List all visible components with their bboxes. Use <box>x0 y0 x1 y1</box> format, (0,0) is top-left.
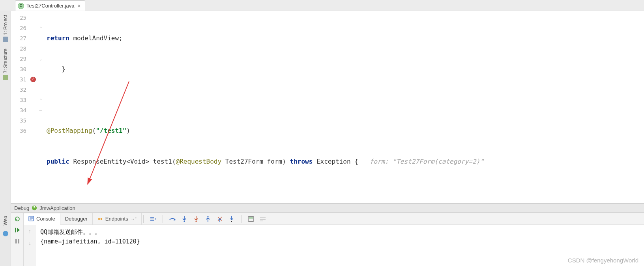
tab-console[interactable]: Console <box>24 213 60 225</box>
code-line: } <box>47 64 644 74</box>
run-to-cursor-button[interactable] <box>228 215 236 223</box>
tool-window-web[interactable]: Web <box>3 216 8 225</box>
code-line: public ResponseEntity<Void> test1(@Reque… <box>47 157 644 167</box>
svg-point-7 <box>101 218 102 219</box>
debug-config-name: JmwApplication <box>39 205 75 211</box>
tool-window-structure-label: 7: Structure <box>3 49 8 73</box>
tab-debugger[interactable]: Debugger <box>60 213 93 224</box>
tab-endpoints-label: Endpoints <box>105 216 128 222</box>
console-line: {name=jiafeitian, id=110120} <box>40 237 640 246</box>
resume-button[interactable] <box>14 226 21 234</box>
code-editor[interactable]: 25262728 29303132 33343536 ⌃ ⌄ ⌃─ <box>11 11 644 203</box>
code-area[interactable]: return modelAndView; } @PostMapping("/te… <box>44 11 644 203</box>
scroll-up-icon[interactable]: ↑ <box>28 228 31 234</box>
code-line: return modelAndView; <box>47 33 644 43</box>
svg-point-10 <box>207 216 208 217</box>
breakpoint-icon[interactable] <box>30 77 36 82</box>
web-icon <box>3 231 8 236</box>
left-tool-rail-bottom: Web <box>0 213 11 266</box>
svg-rect-3 <box>15 239 17 243</box>
rerun-button[interactable] <box>14 215 21 223</box>
console-output[interactable]: QQ邮箱发送邮件。。。{name=jiafeitian, id=110120} <box>36 225 644 266</box>
svg-rect-12 <box>249 217 253 219</box>
svg-rect-4 <box>18 239 19 243</box>
tab-debugger-label: Debugger <box>65 216 88 222</box>
tool-window-structure[interactable]: 7: Structure <box>3 47 8 82</box>
debug-step-toolbar <box>145 215 271 223</box>
debug-panel: Console Debugger Endpoints →" <box>11 213 644 266</box>
scroll-down-icon[interactable]: ↓ <box>28 240 31 246</box>
tool-window-project-label: 1: Project <box>3 15 8 35</box>
drop-frame-button[interactable] <box>216 215 224 223</box>
spring-boot-icon <box>32 205 37 211</box>
project-icon <box>3 37 8 42</box>
debug-tabs: Console Debugger Endpoints →" <box>24 213 644 225</box>
tab-console-label: Console <box>36 216 55 222</box>
fold-gutter[interactable]: ⌃ ⌄ ⌃─ <box>37 11 44 203</box>
svg-rect-2 <box>15 228 16 232</box>
file-tab-label: Test27Controller.java <box>26 3 74 9</box>
tab-endpoints[interactable]: Endpoints →" <box>93 213 142 224</box>
force-step-into-button[interactable] <box>192 215 200 223</box>
endpoints-icon <box>97 216 103 222</box>
close-icon[interactable]: × <box>77 3 81 9</box>
watermark: CSDN @fengyehongWorld <box>568 257 638 264</box>
show-execution-point-button[interactable] <box>149 215 157 223</box>
svg-point-8 <box>183 221 185 222</box>
structure-icon <box>3 75 8 80</box>
console-gutter: ↑ ↓ <box>24 225 36 266</box>
debug-side-toolbar <box>11 213 24 266</box>
console-icon <box>28 216 34 221</box>
editor-tabbar: C Test27Controller.java × <box>0 0 644 11</box>
pin-icon[interactable]: →" <box>131 217 137 221</box>
code-line <box>47 95 644 105</box>
code-line <box>47 187 644 198</box>
svg-point-9 <box>195 221 197 222</box>
file-tab[interactable]: C Test27Controller.java × <box>15 0 85 11</box>
java-class-icon: C <box>18 3 24 9</box>
trace-button[interactable] <box>259 215 267 223</box>
step-out-button[interactable] <box>204 215 212 223</box>
svg-rect-11 <box>248 217 254 221</box>
debug-header-label: Debug <box>14 205 29 211</box>
console-line: QQ邮箱发送邮件。。。 <box>40 227 640 237</box>
code-line: @PostMapping("/test1") <box>47 126 644 136</box>
inline-hint: form: "Test27Form(category=2)" <box>370 157 484 167</box>
breakpoint-gutter[interactable] <box>29 11 37 203</box>
evaluate-expression-button[interactable] <box>247 215 255 223</box>
step-into-button[interactable] <box>180 215 188 223</box>
svg-point-6 <box>98 218 100 219</box>
debug-toolwindow-header[interactable]: Debug JmwApplication <box>11 203 644 213</box>
line-number-gutter: 25262728 29303132 33343536 <box>11 11 29 203</box>
tool-window-project[interactable]: 1: Project <box>3 13 8 44</box>
step-over-button[interactable] <box>168 215 176 223</box>
pause-button[interactable] <box>14 238 21 245</box>
